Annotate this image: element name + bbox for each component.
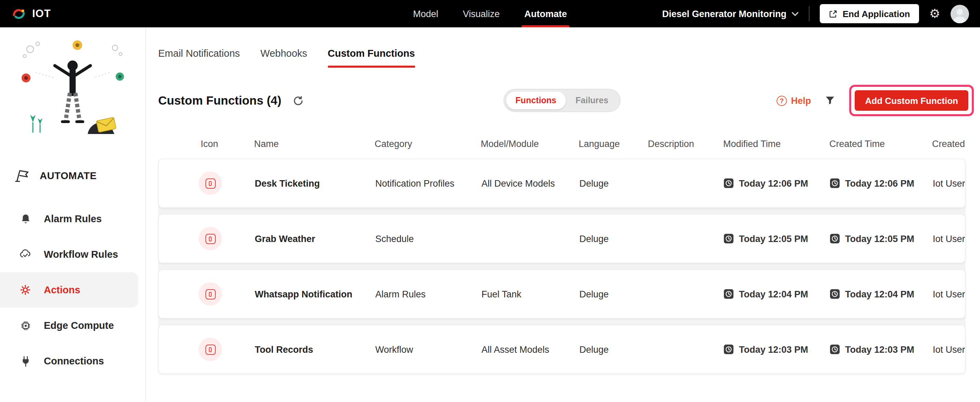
sidebar-section-label: AUTOMATE bbox=[40, 170, 97, 181]
table-row[interactable]: Whatsapp Notification Alarm Rules Fuel T… bbox=[158, 269, 966, 318]
annotation-highlight: Add Custom Function bbox=[849, 85, 974, 116]
row-language: Deluge bbox=[579, 233, 649, 244]
filter-funnel-icon bbox=[824, 95, 835, 106]
row-created-by: Iot UserE bbox=[933, 178, 965, 188]
row-category: Notification Profiles bbox=[375, 178, 481, 188]
table-body: Desk Ticketing Notification Profiles All… bbox=[158, 158, 966, 374]
row-category: Workflow bbox=[375, 344, 481, 355]
filter-button[interactable] bbox=[824, 95, 835, 106]
sidebar-item-label: Edge Compute bbox=[44, 320, 114, 331]
clock-icon bbox=[830, 234, 840, 244]
modified-time-text: Today 12:05 PM bbox=[739, 233, 808, 244]
plug-icon bbox=[18, 355, 33, 367]
top-nav-model[interactable]: Model bbox=[413, 0, 438, 27]
row-created-by: Iot UserE bbox=[933, 289, 965, 299]
chevron-down-icon bbox=[792, 11, 799, 16]
created-time-text: Today 12:05 PM bbox=[845, 233, 914, 244]
row-created-time: Today 12:03 PM bbox=[830, 344, 933, 355]
function-icon bbox=[199, 338, 222, 361]
end-application-button[interactable]: End Application bbox=[820, 4, 919, 23]
created-time-text: Today 12:06 PM bbox=[845, 178, 914, 188]
sidebar-section-automate: AUTOMATE bbox=[0, 168, 145, 183]
help-link[interactable]: ? Help bbox=[776, 95, 811, 106]
row-model: All Asset Models bbox=[481, 344, 579, 355]
clock-icon bbox=[830, 289, 840, 299]
top-nav-automate[interactable]: Automate bbox=[524, 0, 567, 27]
sidebar-item-alarm-rules[interactable]: Alarm Rules bbox=[0, 201, 138, 237]
created-time-text: Today 12:03 PM bbox=[845, 344, 914, 355]
help-label: Help bbox=[791, 95, 811, 106]
user-avatar[interactable] bbox=[951, 5, 969, 23]
row-modified-time: Today 12:04 PM bbox=[724, 289, 830, 299]
function-icon bbox=[199, 172, 222, 195]
external-link-icon bbox=[829, 9, 838, 18]
row-language: Deluge bbox=[579, 344, 649, 355]
application-name: Diesel Generator Monitoring bbox=[662, 8, 786, 19]
row-name[interactable]: Desk Ticketing bbox=[255, 178, 375, 188]
row-name[interactable]: Grab Weather bbox=[255, 233, 375, 244]
created-time-text: Today 12:04 PM bbox=[845, 289, 914, 299]
row-modified-time: Today 12:05 PM bbox=[724, 233, 830, 244]
col-header-created-time: Created Time bbox=[829, 139, 932, 149]
col-header-model-module: Model/Module bbox=[481, 139, 579, 149]
bell-icon bbox=[18, 212, 33, 225]
sidebar-nav: Alarm Rules Workflow Rules bbox=[0, 201, 145, 379]
row-category: Schedule bbox=[375, 233, 481, 244]
sidebar-item-label: Workflow Rules bbox=[44, 249, 118, 260]
avatar-person-icon bbox=[951, 5, 969, 23]
row-language: Deluge bbox=[579, 178, 649, 188]
modified-time-text: Today 12:06 PM bbox=[739, 178, 808, 188]
col-header-modified-time: Modified Time bbox=[723, 139, 829, 149]
row-name[interactable]: Whatsapp Notification bbox=[255, 289, 375, 299]
col-header-description: Description bbox=[648, 139, 723, 149]
row-model: Fuel Tank bbox=[481, 289, 579, 299]
sidebar-item-label: Connections bbox=[44, 356, 104, 366]
table-row[interactable]: Tool Records Workflow All Asset Models D… bbox=[158, 325, 966, 374]
brand: IOT bbox=[11, 6, 51, 22]
sidebar-illustration bbox=[12, 37, 133, 145]
add-custom-function-button[interactable]: Add Custom Function bbox=[855, 90, 968, 111]
toggle-functions[interactable]: Functions bbox=[506, 92, 566, 109]
clock-icon bbox=[830, 179, 840, 188]
row-created-by: Iot UserE bbox=[933, 344, 965, 355]
sidebar-item-edge-compute[interactable]: Edge Compute bbox=[0, 308, 138, 343]
row-modified-time: Today 12:03 PM bbox=[724, 344, 830, 355]
tab-webhooks[interactable]: Webhooks bbox=[261, 48, 307, 68]
clock-icon bbox=[724, 345, 733, 354]
row-created-time: Today 12:04 PM bbox=[830, 289, 933, 299]
tab-email-notifications[interactable]: Email Notifications bbox=[158, 48, 240, 68]
row-name[interactable]: Tool Records bbox=[255, 344, 375, 355]
clock-icon bbox=[724, 234, 733, 244]
toggle-failures[interactable]: Failures bbox=[566, 92, 618, 109]
toolbar-right: ? Help Add Custom Function bbox=[776, 85, 966, 116]
top-nav-visualize[interactable]: Visualize bbox=[463, 0, 500, 27]
row-created-by: Iot UserE bbox=[933, 233, 965, 244]
modified-time-text: Today 12:04 PM bbox=[739, 289, 808, 299]
workflow-cloud-icon bbox=[18, 247, 33, 261]
col-header-category: Category bbox=[375, 139, 481, 149]
settings-gear-icon[interactable]: ⚙ bbox=[929, 8, 940, 20]
brand-text: IOT bbox=[32, 8, 51, 20]
table-row[interactable]: Desk Ticketing Notification Profiles All… bbox=[158, 158, 966, 208]
clock-icon bbox=[724, 179, 733, 188]
sidebar-item-workflow-rules[interactable]: Workflow Rules bbox=[0, 237, 138, 272]
topbar-right: Diesel Generator Monitoring End Applicat… bbox=[662, 4, 969, 23]
col-header-name: Name bbox=[254, 139, 375, 149]
sidebar: AUTOMATE Alarm Rules bbox=[0, 27, 146, 402]
refresh-button[interactable] bbox=[293, 95, 304, 106]
top-nav: Model Visualize Automate bbox=[413, 0, 567, 27]
topbar: IOT Model Visualize Automate Diesel Gene… bbox=[0, 0, 980, 27]
sidebar-item-actions[interactable]: Actions bbox=[0, 272, 138, 308]
functions-failures-toggle: Functions Failures bbox=[503, 89, 620, 112]
iot-logo-icon bbox=[11, 6, 27, 22]
table-row[interactable]: Grab Weather Schedule Deluge Today 12:05… bbox=[158, 214, 966, 263]
col-header-icon: Icon bbox=[158, 139, 254, 149]
icon-cell bbox=[159, 172, 255, 195]
col-header-language: Language bbox=[579, 139, 648, 149]
sidebar-item-connections[interactable]: Connections bbox=[0, 343, 138, 379]
row-modified-time: Today 12:06 PM bbox=[724, 178, 830, 188]
chip-icon bbox=[18, 319, 33, 332]
sidebar-item-label: Alarm Rules bbox=[44, 213, 102, 224]
tab-custom-functions[interactable]: Custom Functions bbox=[328, 48, 415, 68]
application-selector[interactable]: Diesel Generator Monitoring bbox=[662, 8, 799, 19]
